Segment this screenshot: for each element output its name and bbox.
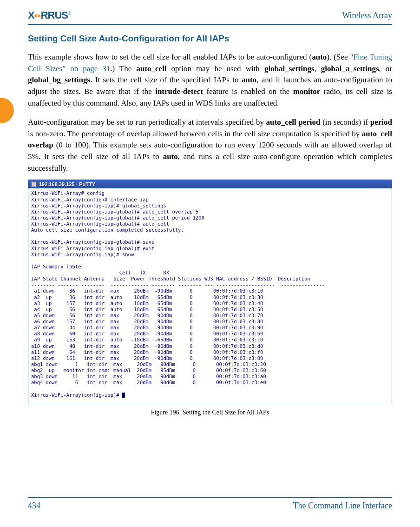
terminal-output: Xirrus-WiFi-Array# config Xirrus-WiFi-Ar… — [28, 188, 392, 403]
logo-dot-icon — [38, 14, 40, 17]
text-bold: intrude-detect — [155, 87, 203, 96]
figure-caption: Figure 196. Setting the Cell Size for Al… — [28, 409, 392, 416]
logo-text: XXIRRUSRRUS® — [28, 9, 71, 21]
text: .) The — [110, 64, 136, 73]
footer-title: The Command Line Interface — [293, 501, 392, 511]
text: ). (See — [327, 53, 350, 61]
terminal-cursor-icon — [122, 393, 125, 398]
text-bold: auto — [163, 152, 178, 161]
paragraph-2: Auto-configuration may be set to run per… — [28, 117, 392, 174]
putty-icon — [31, 181, 37, 187]
terminal-title: 192.168.39.125 - PuTTY — [39, 181, 95, 187]
logo-dot-icon — [34, 14, 37, 17]
text: is non-zero. The percentage of overlap a… — [28, 129, 362, 138]
header-product: Wireless Array — [342, 11, 392, 20]
text-bold: auto_cell period — [266, 118, 321, 127]
text-bold: monitor — [293, 87, 321, 96]
text: This example shows how to set the cell s… — [28, 53, 312, 61]
terminal-prompt: Xirrus-WiFi-Array(config-iap)# — [31, 392, 122, 398]
text-bold: auto — [312, 53, 327, 61]
terminal-window: 192.168.39.125 - PuTTY Xirrus-WiFi-Array… — [28, 180, 392, 404]
text: , — [315, 64, 321, 73]
terminal-lines: Xirrus-WiFi-Array# config Xirrus-WiFi-Ar… — [31, 190, 325, 287]
text: feature is enabled on the — [203, 87, 293, 96]
text: Auto-configuration may be set to run per… — [28, 118, 266, 127]
paragraph-1: This example shows how to set the cell s… — [28, 52, 392, 109]
text-bold: auto_cell — [136, 64, 166, 73]
logo: XXIRRUSRRUS® — [28, 9, 71, 21]
page-number: 434 — [28, 501, 40, 511]
logo-reg-icon: ® — [68, 11, 71, 16]
text: . It sets the cell size of the specified… — [90, 75, 242, 84]
text-bold: global_bg_settings — [28, 75, 90, 84]
page-footer: 434 The Command Line Interface — [28, 497, 392, 511]
text: (in seconds) if — [321, 118, 370, 127]
page-header: XXIRRUSRRUS® Wireless Array — [28, 9, 392, 25]
section-heading: Setting Cell Size Auto-Configuration for… — [28, 33, 392, 44]
text: , or — [379, 64, 392, 73]
text: option may be used with — [167, 64, 264, 73]
section-side-tab — [0, 98, 14, 123]
text-bold: global_settings — [264, 64, 315, 73]
text-bold: auto — [242, 75, 256, 84]
text-bold: global_a_settings — [321, 64, 379, 73]
terminal-titlebar: 192.168.39.125 - PuTTY — [28, 180, 392, 188]
text-bold: period — [370, 118, 392, 127]
terminal-table-rows: a1 down 36 int-dir max 20dBm -90dBm 0 00… — [31, 288, 266, 385]
